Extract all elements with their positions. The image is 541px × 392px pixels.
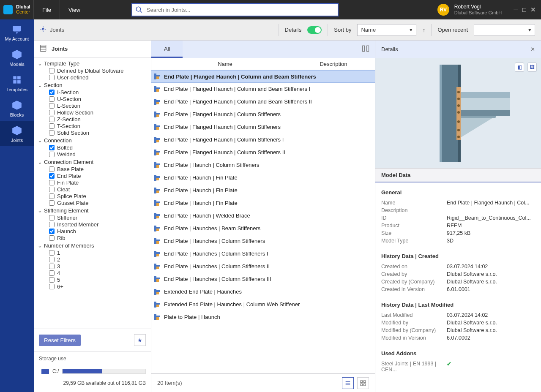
filter-checkbox[interactable] — [49, 187, 55, 192]
table-row[interactable]: End Plate | Flanged Haunch | Column Stif… — [151, 133, 375, 146]
rail-models[interactable]: Models — [0, 45, 34, 70]
filter-checkbox[interactable] — [49, 180, 55, 185]
table-row[interactable]: End Plate | Flanged Haunch | Column Stif… — [151, 146, 375, 159]
filter-checkbox[interactable] — [49, 75, 55, 80]
filter-group-header[interactable]: ⌄Section — [37, 82, 148, 89]
filter-option[interactable]: Stiffener — [49, 214, 148, 221]
rail-templates[interactable]: Templates — [0, 70, 34, 95]
filter-checkbox[interactable] — [49, 264, 55, 269]
search-input[interactable] — [146, 4, 338, 16]
minimize-button[interactable]: ─ — [514, 6, 518, 14]
filter-option[interactable]: Welded — [49, 151, 148, 158]
table-row[interactable]: End Plate | Haunch | Column Stiffeners — [151, 159, 375, 172]
table-row[interactable]: End Plate | Haunch | Welded Brace — [151, 210, 375, 222]
open-recent-select[interactable]: ▾ — [474, 24, 535, 36]
sort-direction-button[interactable]: ↑ — [422, 27, 425, 33]
filter-checkbox[interactable] — [49, 90, 55, 95]
table-row[interactable]: End Plate | Haunches | Column Stiffeners… — [151, 273, 375, 286]
filter-option[interactable]: 5 — [49, 276, 148, 283]
table-row[interactable]: End Plate | Flanged Haunch | Column Stif… — [151, 108, 375, 121]
table-row[interactable]: End Plate | Haunches | Column Stiffeners… — [151, 248, 375, 260]
rail-joints[interactable]: Joints — [0, 121, 34, 146]
table-row[interactable]: End Plate | Flanged Haunch | Column and … — [151, 70, 375, 83]
filter-option[interactable]: I-Section — [49, 89, 148, 95]
table-row[interactable]: End Plate | Haunches | Column Stiffeners — [151, 235, 375, 248]
filter-checkbox[interactable] — [49, 110, 55, 115]
filter-checkbox[interactable] — [49, 152, 55, 157]
filter-checkbox[interactable] — [49, 284, 55, 289]
reset-filters-button[interactable]: Reset Filters — [39, 335, 81, 346]
view-image-button[interactable]: 🖼 — [527, 63, 537, 72]
filter-option[interactable]: 1 — [49, 249, 148, 256]
table-row[interactable]: End Plate | Flanged Haunch | Column and … — [151, 95, 375, 108]
table-row[interactable]: End Plate | Flanged Haunch | Column Stif… — [151, 121, 375, 133]
table-row[interactable]: End Plate | Haunch | Fin Plate — [151, 197, 375, 210]
col-name[interactable]: Name — [151, 61, 299, 67]
favorite-button[interactable]: ★ — [134, 334, 146, 346]
filter-group-header[interactable]: ⌄Connection — [37, 137, 148, 144]
filter-checkbox[interactable] — [49, 229, 55, 234]
table-row[interactable]: End Plate | Haunches | Column Stiffeners… — [151, 260, 375, 273]
filter-option[interactable]: 4 — [49, 270, 148, 276]
tab-all[interactable]: All — [151, 41, 183, 58]
filter-checkbox[interactable] — [49, 277, 55, 283]
filter-option[interactable]: Bolted — [49, 144, 148, 151]
avatar[interactable]: RV — [437, 4, 449, 16]
filter-checkbox[interactable] — [49, 222, 55, 227]
filter-checkbox[interactable] — [49, 200, 55, 206]
filter-option[interactable]: U-Section — [49, 95, 148, 102]
table-row[interactable]: End Plate | Haunch | Fin Plate — [151, 184, 375, 197]
filter-option[interactable]: 2 — [49, 256, 148, 263]
filter-checkbox[interactable] — [49, 193, 55, 199]
filter-checkbox[interactable] — [49, 68, 55, 74]
filter-group-header[interactable]: ⌄Connection Element — [37, 158, 148, 166]
menu-file[interactable]: File — [34, 0, 60, 19]
filter-option[interactable]: Z-Section — [49, 116, 148, 122]
filter-option[interactable]: Hollow Section — [49, 109, 148, 116]
user-block[interactable]: Robert Vogl Dlubal Software GmbH — [454, 4, 502, 15]
filter-option[interactable]: Fin Plate — [49, 179, 148, 186]
filter-checkbox[interactable] — [49, 145, 55, 150]
filter-option[interactable]: 6+ — [49, 283, 148, 290]
filter-option[interactable]: Base Plate — [49, 166, 148, 172]
filter-option[interactable]: T-Section — [49, 122, 148, 129]
filter-checkbox[interactable] — [49, 215, 55, 220]
filter-checkbox[interactable] — [49, 257, 55, 262]
table-row[interactable]: End Plate | Haunch | Fin Plate — [151, 172, 375, 184]
table-row[interactable]: Plate to Plate | Haunch — [151, 311, 375, 324]
rail-account[interactable]: My Account — [0, 19, 34, 45]
sort-select[interactable]: Name▾ — [357, 24, 416, 36]
filter-option[interactable]: Splice Plate — [49, 193, 148, 199]
filter-group-header[interactable]: ⌄Number of Members — [37, 242, 148, 249]
details-toggle[interactable] — [307, 26, 322, 34]
filter-option[interactable]: L-Section — [49, 102, 148, 109]
close-button[interactable]: ✕ — [530, 6, 536, 14]
filter-option[interactable]: Rib — [49, 234, 148, 241]
view-grid-button[interactable] — [357, 377, 369, 389]
filter-checkbox[interactable] — [49, 166, 55, 172]
close-details-button[interactable]: ✕ — [530, 46, 535, 52]
menu-view[interactable]: View — [60, 0, 89, 19]
columns-icon[interactable] — [356, 44, 375, 54]
table-row[interactable]: Extended End Plate | Haunches | Column W… — [151, 298, 375, 311]
filter-checkbox[interactable] — [49, 173, 55, 179]
filter-option[interactable]: Solid Section — [49, 129, 148, 136]
filter-option[interactable]: End Plate — [49, 172, 148, 179]
filter-option[interactable]: Cleat — [49, 186, 148, 193]
filter-checkbox[interactable] — [49, 123, 55, 129]
view-list-button[interactable] — [342, 377, 354, 389]
filter-option[interactable]: Defined by Dlubal Software — [49, 67, 148, 74]
table-row[interactable]: Extended End Plate | Haunches — [151, 286, 375, 298]
filter-group-header[interactable]: ⌄Template Type — [37, 60, 148, 67]
filter-checkbox[interactable] — [49, 235, 55, 241]
filter-option[interactable]: Inserted Member — [49, 221, 148, 228]
maximize-button[interactable]: □ — [522, 6, 526, 14]
filter-group-header[interactable]: ⌄Stiffening Element — [37, 207, 148, 214]
filter-checkbox[interactable] — [49, 270, 55, 276]
filter-option[interactable]: Gusset Plate — [49, 199, 148, 206]
col-desc[interactable]: Description — [299, 61, 368, 67]
filter-checkbox[interactable] — [49, 96, 55, 102]
rail-blocks[interactable]: Blocks — [0, 95, 34, 121]
filter-checkbox[interactable] — [49, 130, 55, 136]
filter-option[interactable]: 3 — [49, 263, 148, 270]
